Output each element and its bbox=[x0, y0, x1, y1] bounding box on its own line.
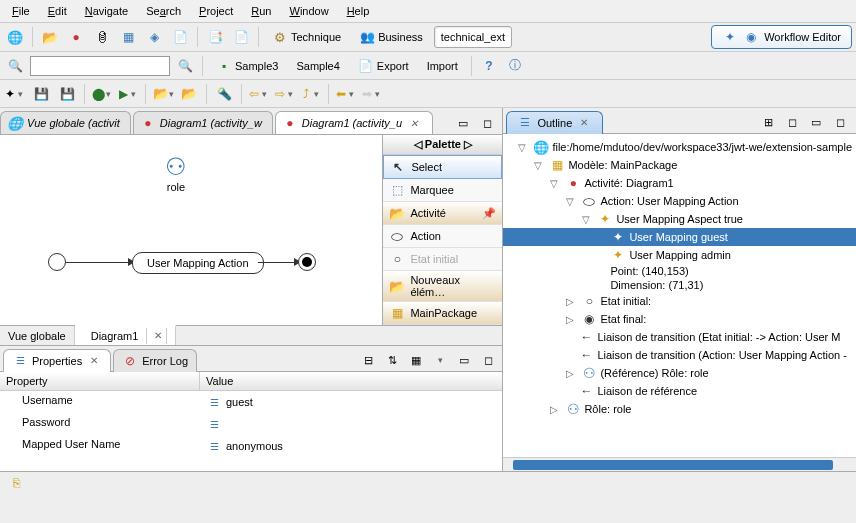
menu-run[interactable]: Run bbox=[243, 2, 279, 20]
menu-file[interactable]: FFileile bbox=[4, 2, 38, 20]
business-button[interactable]: Business bbox=[352, 26, 430, 48]
workflow-editor-button[interactable]: Workflow Editor bbox=[711, 25, 852, 49]
palette-marquee[interactable]: Marquee bbox=[383, 179, 502, 202]
sample4-button[interactable]: Sample4 bbox=[289, 55, 346, 77]
outline-mode1[interactable]: ⊞ bbox=[757, 111, 779, 133]
save-button[interactable] bbox=[30, 83, 52, 105]
fwd-button[interactable]: ➡ bbox=[361, 83, 383, 105]
db-button[interactable] bbox=[91, 26, 113, 48]
start-node[interactable] bbox=[48, 253, 66, 271]
palette-select[interactable]: Select bbox=[383, 155, 502, 179]
outline-tab[interactable]: Outline bbox=[506, 111, 603, 134]
role-node[interactable]: ⚇ role bbox=[165, 153, 187, 193]
saveall-button[interactable] bbox=[56, 83, 78, 105]
tree-ref-link[interactable]: Liaison de référence bbox=[503, 382, 856, 400]
new-wiz-button[interactable]: ✦ bbox=[4, 83, 26, 105]
tree-etat-final[interactable]: Etat final: bbox=[503, 310, 856, 328]
info-button[interactable] bbox=[504, 55, 526, 77]
action-node[interactable]: User Mapping Action bbox=[132, 252, 264, 274]
tree-etat-initial[interactable]: Etat initial: bbox=[503, 292, 856, 310]
ext2-button[interactable] bbox=[178, 83, 200, 105]
tree-aspect[interactable]: User Mapping Aspect true bbox=[503, 210, 856, 228]
prop-row-mapped[interactable]: Mapped User Name anonymous bbox=[0, 435, 502, 457]
outline-hscroll[interactable] bbox=[503, 457, 856, 471]
menu-search[interactable]: Search bbox=[138, 2, 189, 20]
menu-window[interactable]: Window bbox=[281, 2, 336, 20]
menu-help[interactable]: Help bbox=[339, 2, 378, 20]
properties-tab[interactable]: Properties bbox=[3, 349, 111, 372]
outline-min[interactable]: ▭ bbox=[805, 111, 827, 133]
nav-btn2[interactable]: ⇨ bbox=[274, 83, 296, 105]
palette-activite[interactable]: Activité📌 bbox=[383, 202, 502, 225]
props-btn1[interactable]: ⊟ bbox=[357, 349, 379, 371]
maximize-button[interactable]: ◻ bbox=[476, 112, 498, 134]
props-btn2[interactable]: ⇅ bbox=[381, 349, 403, 371]
tree-point[interactable]: Point: (140,153) bbox=[503, 264, 856, 278]
back-button[interactable]: ⬅ bbox=[335, 83, 357, 105]
menu-navigate[interactable]: Navigate bbox=[77, 2, 136, 20]
run-button[interactable]: ▶ bbox=[117, 83, 139, 105]
grid-button[interactable] bbox=[117, 26, 139, 48]
edge-2[interactable] bbox=[258, 262, 298, 263]
errorlog-tab[interactable]: Error Log bbox=[113, 349, 197, 372]
diagram-canvas[interactable]: ⚇ role User Mapping Action bbox=[0, 135, 382, 325]
props-btn3[interactable]: ▦ bbox=[405, 349, 427, 371]
menu-project[interactable]: Project bbox=[191, 2, 241, 20]
technical-ext-button[interactable]: technical_ext bbox=[434, 26, 512, 48]
tree-dimension[interactable]: Dimension: (71,31) bbox=[503, 278, 856, 292]
props-menu[interactable] bbox=[429, 349, 451, 371]
outline-mode2[interactable]: ◻ bbox=[781, 111, 803, 133]
tree-mapping-admin[interactable]: User Mapping admin bbox=[503, 246, 856, 264]
doc-button[interactable] bbox=[169, 26, 191, 48]
props-min[interactable]: ▭ bbox=[453, 349, 475, 371]
close-icon[interactable] bbox=[406, 115, 422, 131]
record-button[interactable] bbox=[65, 26, 87, 48]
canvas-tab-2[interactable]: Diagram1 bbox=[75, 325, 177, 345]
end-node[interactable] bbox=[298, 253, 316, 271]
sample3-button[interactable]: ▪Sample3 bbox=[209, 55, 285, 77]
tree-action[interactable]: Action: User Mapping Action bbox=[503, 192, 856, 210]
close-icon[interactable] bbox=[150, 328, 167, 344]
zoom2-button[interactable] bbox=[174, 55, 196, 77]
tree-ref-role[interactable]: (Référence) Rôle: role bbox=[503, 364, 856, 382]
export-button[interactable]: Export bbox=[351, 55, 416, 77]
edge-1[interactable] bbox=[66, 262, 132, 263]
minimize-button[interactable]: ▭ bbox=[452, 112, 474, 134]
docs-button[interactable] bbox=[204, 26, 226, 48]
tree-role[interactable]: Rôle: role bbox=[503, 400, 856, 418]
search-combo[interactable] bbox=[30, 56, 170, 76]
import-button[interactable]: Import bbox=[420, 55, 465, 77]
help-button[interactable] bbox=[478, 55, 500, 77]
editor-tab-2[interactable]: Diagram1 (activity_w bbox=[133, 111, 273, 134]
prop-row-username[interactable]: Username guest bbox=[0, 391, 502, 413]
prop-row-password[interactable]: Password bbox=[0, 413, 502, 435]
palette-etat-initial[interactable]: Etat initial bbox=[383, 248, 502, 271]
open-button[interactable] bbox=[39, 26, 61, 48]
ext-button[interactable] bbox=[152, 83, 174, 105]
doc2-button[interactable] bbox=[230, 26, 252, 48]
palette-mainpackage[interactable]: MainPackage bbox=[383, 302, 502, 325]
nav-btn1[interactable]: ⇦ bbox=[248, 83, 270, 105]
tree-file[interactable]: file:/home/mdutoo/dev/workspace33/jwt-we… bbox=[503, 138, 856, 156]
props-max[interactable]: ◻ bbox=[477, 349, 499, 371]
debug-button[interactable]: ⬤ bbox=[91, 83, 113, 105]
tree-model[interactable]: Modèle: MainPackage bbox=[503, 156, 856, 174]
editor-tab-1[interactable]: Vue globale (activit bbox=[0, 111, 131, 134]
close-icon[interactable] bbox=[86, 353, 102, 369]
tree-mapping-guest[interactable]: User Mapping guest bbox=[503, 228, 856, 246]
nav-btn3[interactable]: ⤴ bbox=[300, 83, 322, 105]
tree-activity[interactable]: Activité: Diagram1 bbox=[503, 174, 856, 192]
tree-transition-1[interactable]: Liaison de transition (Etat initial: -> … bbox=[503, 328, 856, 346]
outline-tree[interactable]: file:/home/mdutoo/dev/workspace33/jwt-we… bbox=[503, 134, 856, 457]
canvas-tab-1[interactable]: Vue globale bbox=[0, 326, 75, 345]
close-icon[interactable] bbox=[576, 115, 592, 131]
technique-button[interactable]: Technique bbox=[265, 26, 348, 48]
tree-transition-2[interactable]: Liaison de transition (Action: User Mapp… bbox=[503, 346, 856, 364]
diamond-button[interactable] bbox=[143, 26, 165, 48]
new-button[interactable] bbox=[4, 26, 26, 48]
menu-edit[interactable]: Edit bbox=[40, 2, 75, 20]
palette-nouveaux[interactable]: Nouveaux élém… bbox=[383, 271, 502, 302]
palette-action[interactable]: Action bbox=[383, 225, 502, 248]
editor-tab-3[interactable]: Diagram1 (activity_u bbox=[275, 111, 433, 134]
search-button[interactable]: 🔦 bbox=[213, 83, 235, 105]
